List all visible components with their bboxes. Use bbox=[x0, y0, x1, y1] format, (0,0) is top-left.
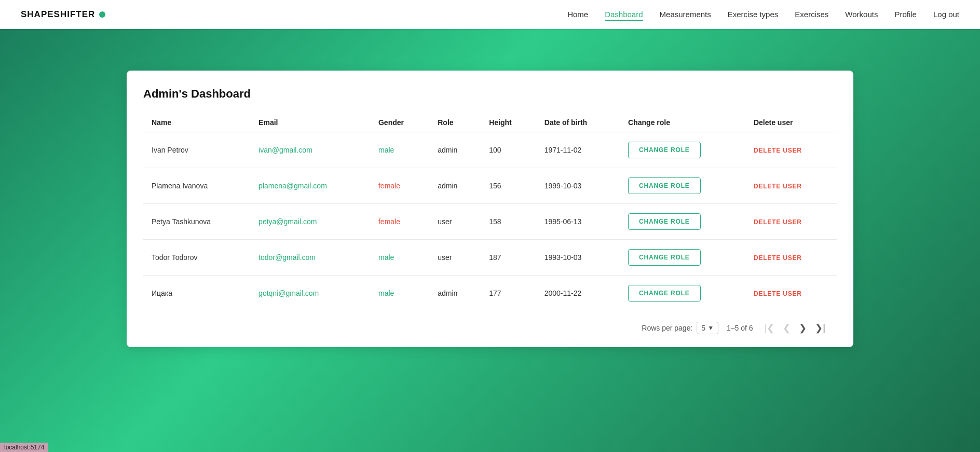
page-nav: |❮ ❮ ❯ ❯| bbox=[761, 321, 828, 335]
user-email: gotqni@gmail.com bbox=[250, 276, 370, 311]
delete-user-cell: DELETE USER bbox=[745, 168, 837, 204]
nav-link-workouts[interactable]: Workouts bbox=[845, 10, 878, 19]
delete-user-cell: DELETE USER bbox=[745, 204, 837, 240]
nav-link-dashboard[interactable]: Dashboard bbox=[605, 10, 643, 21]
col-header-date-of-birth: Date of birth bbox=[536, 113, 620, 132]
col-header-email: Email bbox=[250, 113, 370, 132]
user-role: user bbox=[429, 204, 481, 240]
user-email: plamena@gmail.com bbox=[250, 168, 370, 204]
page-info: 1–5 of 6 bbox=[727, 324, 753, 332]
user-gender: male bbox=[370, 132, 429, 168]
users-table: NameEmailGenderRoleHeightDate of birthCh… bbox=[143, 113, 837, 311]
change-role-cell: CHANGE ROLE bbox=[620, 204, 745, 240]
user-gender: male bbox=[370, 276, 429, 311]
change-role-button[interactable]: CHANGE ROLE bbox=[628, 213, 700, 230]
change-role-button[interactable]: CHANGE ROLE bbox=[628, 249, 700, 266]
user-height: 100 bbox=[481, 132, 536, 168]
change-role-cell: CHANGE ROLE bbox=[620, 168, 745, 204]
nav-link-profile[interactable]: Profile bbox=[894, 10, 917, 19]
rows-per-page: Rows per page: 5 ▼ bbox=[642, 322, 718, 334]
user-email: petya@gmail.com bbox=[250, 204, 370, 240]
next-page-button[interactable]: ❯ bbox=[796, 321, 810, 335]
col-header-name: Name bbox=[143, 113, 250, 132]
table-row: Ivan Petrovivan@gmail.commaleadmin100197… bbox=[143, 132, 837, 168]
change-role-button[interactable]: CHANGE ROLE bbox=[628, 142, 700, 158]
user-gender: female bbox=[370, 204, 429, 240]
user-name: Petya Tashkunova bbox=[143, 204, 250, 240]
user-role: admin bbox=[429, 168, 481, 204]
user-name: Ицака bbox=[143, 276, 250, 311]
col-header-delete-user: Delete user bbox=[745, 113, 837, 132]
user-dob: 2000-11-22 bbox=[536, 276, 620, 311]
user-height: 187 bbox=[481, 240, 536, 276]
user-email: todor@gmail.com bbox=[250, 240, 370, 276]
user-gender: male bbox=[370, 240, 429, 276]
delete-user-button[interactable]: DELETE USER bbox=[754, 218, 802, 226]
delete-user-button[interactable]: DELETE USER bbox=[754, 290, 802, 297]
user-role: user bbox=[429, 240, 481, 276]
table-row: Plamena Ivanovaplamena@gmail.comfemalead… bbox=[143, 168, 837, 204]
nav-link-home[interactable]: Home bbox=[567, 10, 588, 19]
user-dob: 1995-06-13 bbox=[536, 204, 620, 240]
table-row: Ицакаgotqni@gmail.commaleadmin1772000-11… bbox=[143, 276, 837, 311]
user-height: 177 bbox=[481, 276, 536, 311]
delete-user-button[interactable]: DELETE USER bbox=[754, 254, 802, 262]
brand: SHAPESHIFTER bbox=[21, 9, 105, 20]
change-role-button[interactable]: CHANGE ROLE bbox=[628, 177, 700, 194]
first-page-button[interactable]: |❮ bbox=[761, 321, 778, 335]
user-name: Ivan Petrov bbox=[143, 132, 250, 168]
brand-name: SHAPESHIFTER bbox=[21, 9, 95, 20]
rows-per-page-select[interactable]: 5 ▼ bbox=[697, 322, 718, 334]
col-header-gender: Gender bbox=[370, 113, 429, 132]
last-page-button[interactable]: ❯| bbox=[812, 321, 828, 335]
table-row: Petya Tashkunovapetya@gmail.comfemaleuse… bbox=[143, 204, 837, 240]
nav-link-exercises[interactable]: Exercises bbox=[795, 10, 828, 19]
rows-per-page-label: Rows per page: bbox=[642, 324, 692, 332]
change-role-cell: CHANGE ROLE bbox=[620, 240, 745, 276]
main-content: Admin's Dashboard NameEmailGenderRoleHei… bbox=[0, 29, 980, 389]
col-header-height: Height bbox=[481, 113, 536, 132]
nav-links: HomeDashboardMeasurementsExercise typesE… bbox=[567, 10, 959, 19]
user-role: admin bbox=[429, 276, 481, 311]
table-header-row: NameEmailGenderRoleHeightDate of birthCh… bbox=[143, 113, 837, 132]
col-header-role: Role bbox=[429, 113, 481, 132]
brand-dot bbox=[99, 11, 105, 18]
statusbar: localhost:5174 bbox=[0, 443, 48, 452]
change-role-cell: CHANGE ROLE bbox=[620, 276, 745, 311]
chevron-down-icon: ▼ bbox=[707, 324, 714, 332]
delete-user-cell: DELETE USER bbox=[745, 276, 837, 311]
user-dob: 1971-11-02 bbox=[536, 132, 620, 168]
table-row: Todor Todorovtodor@gmail.commaleuser1871… bbox=[143, 240, 837, 276]
user-dob: 1993-10-03 bbox=[536, 240, 620, 276]
rows-per-page-value: 5 bbox=[701, 324, 705, 332]
user-role: admin bbox=[429, 132, 481, 168]
user-gender: female bbox=[370, 168, 429, 204]
delete-user-cell: DELETE USER bbox=[745, 240, 837, 276]
statusbar-text: localhost:5174 bbox=[4, 444, 44, 451]
change-role-cell: CHANGE ROLE bbox=[620, 132, 745, 168]
dashboard-card: Admin's Dashboard NameEmailGenderRoleHei… bbox=[127, 71, 853, 347]
user-name: Todor Todorov bbox=[143, 240, 250, 276]
prev-page-button[interactable]: ❮ bbox=[780, 321, 794, 335]
table-body: Ivan Petrovivan@gmail.commaleadmin100197… bbox=[143, 132, 837, 311]
change-role-button[interactable]: CHANGE ROLE bbox=[628, 285, 700, 302]
user-name: Plamena Ivanova bbox=[143, 168, 250, 204]
page-title: Admin's Dashboard bbox=[143, 87, 837, 101]
user-email: ivan@gmail.com bbox=[250, 132, 370, 168]
nav-link-exercise-types[interactable]: Exercise types bbox=[728, 10, 779, 19]
navbar: SHAPESHIFTER HomeDashboardMeasurementsEx… bbox=[0, 0, 980, 29]
delete-user-button[interactable]: DELETE USER bbox=[754, 147, 802, 154]
delete-user-button[interactable]: DELETE USER bbox=[754, 183, 802, 190]
user-dob: 1999-10-03 bbox=[536, 168, 620, 204]
pagination: Rows per page: 5 ▼ 1–5 of 6 |❮ ❮ ❯ ❯| bbox=[143, 311, 837, 335]
nav-link-log-out[interactable]: Log out bbox=[933, 10, 959, 19]
delete-user-cell: DELETE USER bbox=[745, 132, 837, 168]
user-height: 158 bbox=[481, 204, 536, 240]
table-head: NameEmailGenderRoleHeightDate of birthCh… bbox=[143, 113, 837, 132]
nav-link-measurements[interactable]: Measurements bbox=[660, 10, 711, 19]
col-header-change-role: Change role bbox=[620, 113, 745, 132]
user-height: 156 bbox=[481, 168, 536, 204]
